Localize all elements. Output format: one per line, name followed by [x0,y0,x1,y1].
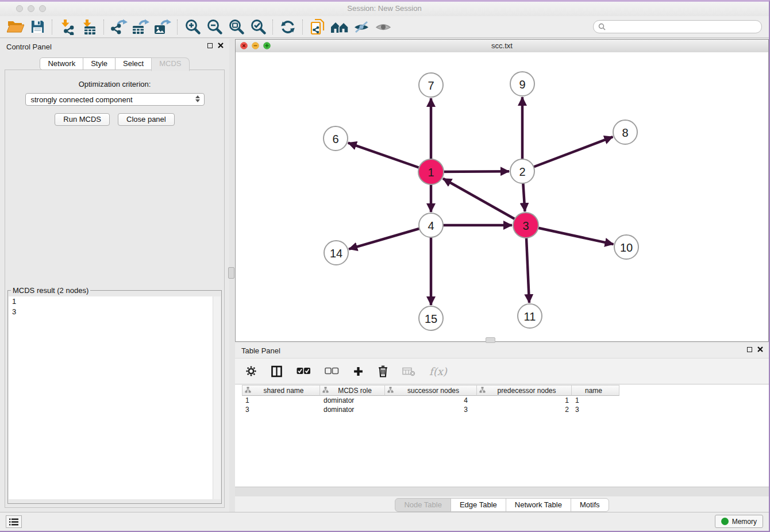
network-window-titlebar[interactable]: scc.txt [236,40,768,53]
tab-select[interactable]: Select [115,57,152,70]
status-bar: Memory [0,512,769,531]
open-session-button[interactable] [5,18,26,36]
save-floppy-icon [30,20,45,34]
toolbar-separator [302,20,303,34]
graph-edge-4-14[interactable] [349,225,431,249]
table-cell[interactable]: 1 [242,396,320,405]
main-toolbar [0,16,769,38]
zoom-out-icon [206,18,223,36]
function-builder-button[interactable]: f(x) [429,365,447,377]
search-input[interactable] [609,21,758,32]
show-column-panel-button[interactable] [271,365,283,377]
table-cell[interactable]: dominator [320,396,385,405]
save-session-button[interactable] [26,18,48,36]
plus-icon [353,366,364,377]
column-label: name [572,387,619,395]
table-cell[interactable]: 3 [385,405,477,414]
export-image-button[interactable] [152,18,174,36]
float-panel-icon[interactable] [207,43,213,48]
eye-slash-icon [353,20,370,34]
mcds-result-list[interactable]: 13 [9,296,221,499]
graph-edge-3-1[interactable] [443,179,526,225]
network-canvas[interactable]: 7968124314101511 [236,52,768,341]
task-history-button[interactable] [6,515,22,528]
import-table-button[interactable] [78,18,100,36]
export-image-icon [154,19,171,35]
table-cell[interactable]: 2 [477,405,572,414]
column-label: MCDS role [329,387,384,395]
close-panel-icon[interactable] [218,43,224,48]
float-table-panel-icon[interactable] [747,347,752,352]
tab-network-table[interactable]: Network Table [506,498,571,512]
first-neighbors-button[interactable] [329,18,351,36]
checked-boxes-icon [297,367,311,375]
deselect-all-columns-button[interactable] [325,367,339,375]
result-scrollbar[interactable] [213,296,221,499]
delete-table-button[interactable] [402,367,415,376]
delete-table-icon [402,367,415,376]
column-header-MCDS-role[interactable]: MCDS role [320,385,385,396]
table-cell[interactable]: 3 [572,405,619,414]
control-panel: Control Panel NetworkStyleSelectMCDS Opt… [0,39,229,514]
zoom-in-button[interactable] [182,18,203,36]
search-box [593,20,762,33]
zoom-selected-icon [249,18,267,36]
tab-node-table[interactable]: Node Table [395,498,451,512]
close-table-panel-icon[interactable] [757,346,763,352]
export-table-button[interactable] [130,18,152,36]
memory-status-icon [721,518,729,525]
table-panel-title: Table Panel [241,346,280,355]
hide-selected-button[interactable] [351,18,372,36]
table-cell[interactable]: 1 [477,396,572,405]
zoom-selected-button[interactable] [247,18,269,36]
table-cell[interactable]: 4 [385,396,477,405]
delete-column-button[interactable] [378,365,388,377]
table-cell[interactable]: 3 [242,405,320,414]
control-panel-title: Control Panel [6,43,52,51]
column-label: successor nodes [394,387,476,395]
optimization-criterion-select[interactable]: strongly connected component [25,93,205,106]
select-all-columns-button[interactable] [297,367,311,375]
column-header-predecessor-nodes[interactable]: predecessor nodes [477,385,572,396]
column-header-shared-name[interactable]: shared name [242,385,320,396]
tab-mcds[interactable]: MCDS [151,57,189,71]
selected-criterion-value: strongly connected component [31,95,133,104]
column-header-name[interactable]: name [572,385,619,396]
zoom-out-button[interactable] [203,18,225,36]
table-cell[interactable]: 1 [572,396,619,405]
columns-icon [271,365,283,377]
graph-edge-3-10[interactable] [526,225,614,244]
table-header-row: shared nameMCDS rolesuccessor nodesprede… [242,385,769,396]
clone-network-button[interactable] [307,18,329,36]
graph-node-label-4: 4 [428,219,434,232]
column-header-successor-nodes[interactable]: successor nodes [385,385,477,396]
graph-edge-2-8[interactable] [522,137,613,171]
tab-network[interactable]: Network [40,57,83,70]
clone-network-icon [310,18,326,35]
zoom-fit-icon [228,18,245,36]
show-all-button[interactable] [372,18,394,36]
table-row: 3dominator323 [242,405,769,414]
zoom-fit-button[interactable] [225,18,247,36]
graph-node-label-6: 6 [332,133,338,145]
create-column-button[interactable] [353,366,364,377]
tree-icon [320,387,329,395]
import-network-button[interactable] [56,18,78,36]
vertical-splitter-handle[interactable] [228,267,234,279]
memory-button[interactable]: Memory [715,515,763,528]
run-mcds-button[interactable]: Run MCDS [55,113,110,126]
close-panel-button[interactable]: Close panel [118,113,175,126]
table-toolbar: f(x) [235,358,769,384]
tab-motifs[interactable]: Motifs [571,498,609,512]
application-window: Session: New Session [0,0,770,532]
export-table-icon [132,19,149,35]
horizontal-splitter-handle[interactable] [486,337,495,343]
tab-edge-table[interactable]: Edge Table [451,498,506,512]
window-title: Session: New Session [0,4,769,13]
table-settings-button[interactable] [245,365,257,377]
apply-layout-button[interactable] [277,18,299,36]
table-cell[interactable]: dominator [320,405,385,414]
tab-style[interactable]: Style [83,57,116,70]
export-network-button[interactable] [108,18,130,36]
mcds-result-group: MCDS result (2 nodes) 13 [7,286,222,504]
